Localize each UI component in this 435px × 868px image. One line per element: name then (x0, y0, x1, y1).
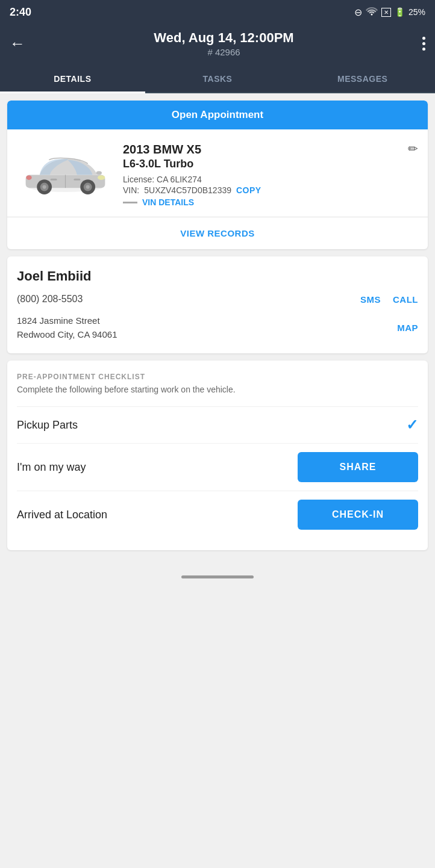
header-title: Wed, Aug 14, 12:00PM (25, 30, 422, 46)
pickup-parts-label: Pickup Parts (17, 419, 78, 432)
header-center: Wed, Aug 14, 12:00PM # 42966 (25, 30, 422, 57)
status-bar: 2:40 ⊖ ✕ 🔋 25% (0, 0, 435, 24)
call-button[interactable]: CALL (393, 294, 418, 305)
address-row: 1824 Jasmine Street Redwood City, CA 940… (17, 314, 418, 341)
svg-point-8 (97, 175, 104, 180)
svg-point-13 (96, 171, 101, 175)
home-bar (181, 575, 254, 578)
copy-vin-button[interactable]: COPY (236, 185, 261, 195)
svg-rect-11 (74, 179, 80, 181)
dnd-icon: ⊖ (354, 7, 362, 18)
status-time: 2:40 (10, 6, 31, 19)
vin-details-button[interactable]: VIN DETAILS (123, 197, 418, 207)
tab-details[interactable]: DETAILS (0, 66, 145, 92)
dot1 (422, 37, 425, 40)
back-button[interactable]: ← (10, 34, 25, 53)
vehicle-edit-button[interactable]: ✏ (408, 141, 418, 156)
battery-icon: 🔋 (395, 7, 405, 17)
share-button[interactable]: SHARE (298, 452, 418, 482)
checklist-item-on-my-way: I'm on my way SHARE (17, 443, 418, 491)
contact-section: Joel Embiid (800) 208-5503 SMS CALL 1824… (7, 256, 428, 353)
phone-row: (800) 208-5503 SMS CALL (17, 294, 418, 305)
car-svg (19, 144, 112, 199)
header: ← Wed, Aug 14, 12:00PM # 42966 (0, 24, 435, 66)
contact-actions: SMS CALL (360, 294, 418, 305)
status-icons: ⊖ ✕ 🔋 25% (354, 7, 425, 18)
vehicle-image (17, 141, 113, 202)
check-in-button[interactable]: CHECK-IN (298, 500, 418, 530)
dot2 (422, 42, 425, 45)
open-appointment-banner[interactable]: Open Appointment (7, 101, 428, 129)
checklist-header: PRE-APPOINTMENT CHECKLIST (17, 373, 418, 381)
tab-messages[interactable]: MESSAGES (290, 66, 435, 92)
dot3 (422, 48, 425, 51)
sms-button[interactable]: SMS (360, 294, 381, 305)
phone-number: (800) 208-5503 (17, 294, 83, 305)
customer-name: Joel Embiid (17, 268, 418, 284)
tab-bar: DETAILS TASKS MESSAGES (0, 66, 435, 93)
customer-address: 1824 Jasmine Street Redwood City, CA 940… (17, 314, 117, 341)
sim-icon: ✕ (381, 8, 391, 17)
view-records-button[interactable]: VIEW RECORDS (7, 217, 428, 249)
svg-point-4 (86, 185, 89, 188)
vehicle-section: 2013 BMW X5 L6-3.0L Turbo ✏ License: CA … (7, 129, 428, 217)
vehicle-vin: VIN: 5UXZV4C57D0B12339 COPY (123, 185, 418, 195)
wifi-icon (366, 7, 378, 17)
more-button[interactable] (422, 37, 425, 51)
main-content: Open Appointment (0, 93, 435, 569)
pickup-parts-check: ✓ (406, 417, 418, 433)
svg-point-9 (26, 175, 31, 180)
tab-tasks[interactable]: TASKS (145, 66, 290, 92)
checklist-item-pickup-parts: Pickup Parts ✓ (17, 406, 418, 443)
header-order-number: # 42966 (25, 47, 422, 57)
battery-percent: 25% (408, 7, 425, 17)
checklist-item-arrived: Arrived at Location CHECK-IN (17, 491, 418, 538)
vehicle-card: Open Appointment (7, 101, 428, 249)
checklist-subtitle: Complete the following before starting w… (17, 385, 418, 394)
on-my-way-label: I'm on my way (17, 461, 86, 474)
vehicle-license: License: CA 6LIK274 (123, 175, 418, 184)
vehicle-info: 2013 BMW X5 L6-3.0L Turbo ✏ License: CA … (123, 141, 418, 207)
map-button[interactable]: MAP (397, 323, 418, 333)
arrived-label: Arrived at Location (17, 509, 107, 521)
svg-rect-12 (50, 179, 57, 181)
checklist-card: PRE-APPOINTMENT CHECKLIST Complete the f… (7, 361, 428, 550)
customer-card: Joel Embiid (800) 208-5503 SMS CALL 1824… (7, 256, 428, 353)
checklist-section: PRE-APPOINTMENT CHECKLIST Complete the f… (7, 361, 428, 550)
vehicle-name: 2013 BMW X5 L6-3.0L Turbo (123, 141, 201, 171)
svg-point-7 (42, 185, 46, 188)
vin-details-icon (123, 202, 137, 203)
home-indicator (0, 569, 435, 582)
